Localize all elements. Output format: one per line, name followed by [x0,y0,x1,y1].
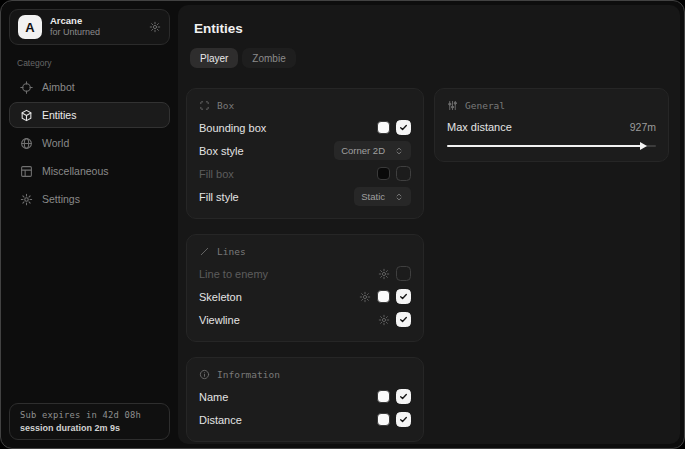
color-swatch[interactable] [377,290,390,303]
sidebar-item-label: Aimbot [42,81,75,93]
cube-icon [20,109,33,122]
setting-row-line-to-enemy: Line to enemy [199,262,411,285]
gear-icon[interactable] [149,21,161,33]
app-header-card: A Arcane for Unturned [9,9,170,45]
slider-thumb[interactable] [640,142,647,150]
gear-icon[interactable] [378,268,390,280]
section-title: Box [217,100,234,111]
setting-row-fill-style: Fill style Static [199,185,411,208]
app-logo: A [18,15,42,39]
bounding-box-checkbox[interactable] [396,120,411,135]
settings-content: Box Bounding box Box style [186,88,669,442]
skeleton-checkbox[interactable] [396,289,411,304]
info-icon [199,369,210,380]
fill-box-checkbox[interactable] [396,166,411,181]
sidebar-item-label: Entities [42,109,76,121]
lines-section-card: Lines Line to enemy Skeleton [186,234,424,342]
setting-label: Skeleton [199,291,242,303]
box-style-dropdown[interactable]: Corner 2D [334,141,411,160]
setting-row-fill-box: Fill box [199,162,411,185]
setting-label: Distance [199,414,242,426]
subscription-info-card: Sub expires in 42d 08h session duration … [9,403,170,440]
crosshair-icon [20,81,33,94]
check-icon [399,315,408,324]
dropdown-value: Static [361,191,385,202]
left-column: Box Bounding box Box style [186,88,424,442]
lines-section-header: Lines [199,246,411,257]
setting-label: Viewline [199,314,240,326]
sidebar-nav: Aimbot Entities World Miscellaneous Sett… [9,74,170,212]
box-section-header: Box [199,100,411,111]
chevron-up-down-icon [394,146,404,156]
check-icon [399,123,408,132]
sidebar-item-miscellaneous[interactable]: Miscellaneous [9,158,170,184]
slider-fill [447,145,641,147]
main-panel: Entities Player Zombie Box Bounding box [178,5,680,444]
setting-row-viewline: Viewline [199,308,411,331]
information-section-card: Information Name Distance [186,357,424,442]
category-label: Category [17,58,162,68]
color-swatch[interactable] [377,413,390,426]
section-title: Information [217,369,280,380]
setting-label: Name [199,391,228,403]
tab-player[interactable]: Player [190,48,238,68]
max-distance-slider[interactable] [447,141,656,151]
setting-label: Box style [199,145,244,157]
box-section-card: Box Bounding box Box style [186,88,424,219]
setting-label: Bounding box [199,122,266,134]
section-title: Lines [217,246,246,257]
dropdown-value: Corner 2D [341,145,385,156]
check-icon [399,292,408,301]
globe-icon [20,137,33,150]
gear-icon[interactable] [378,314,390,326]
setting-label: Line to enemy [199,268,268,280]
setting-row-bounding-box: Bounding box [199,116,411,139]
app-title-block: Arcane for Unturned [50,16,100,37]
app-subtitle: for Unturned [50,27,100,37]
sidebar: A Arcane for Unturned Category Aimbot En… [1,1,178,448]
gear-icon [20,193,33,206]
max-distance-value: 927m [630,121,656,133]
line-to-enemy-checkbox[interactable] [396,266,411,281]
color-swatch[interactable] [377,390,390,403]
gear-icon[interactable] [359,291,371,303]
chevron-up-down-icon [394,192,404,202]
sliders-icon [447,100,458,111]
fill-style-dropdown[interactable]: Static [354,187,411,206]
setting-row-name: Name [199,385,411,408]
sidebar-item-label: Miscellaneous [42,165,109,177]
sidebar-item-settings[interactable]: Settings [9,186,170,212]
sidebar-item-label: Settings [42,193,80,205]
session-duration-text: session duration 2m 9s [20,423,159,433]
tab-zombie[interactable]: Zombie [242,48,295,68]
layout-icon [20,165,33,178]
entity-tabs: Player Zombie [190,48,669,68]
setting-label: Fill style [199,191,239,203]
app-window: A Arcane for Unturned Category Aimbot En… [0,0,685,449]
general-section-header: General [447,100,656,111]
page-title: Entities [194,21,669,36]
diagonal-line-icon [199,246,210,257]
right-column: General Max distance 927m [434,88,669,162]
setting-row-box-style: Box style Corner 2D [199,139,411,162]
sub-expiry-text: Sub expires in 42d 08h [20,410,159,420]
section-title: General [465,100,505,111]
setting-row-skeleton: Skeleton [199,285,411,308]
color-swatch[interactable] [377,121,390,134]
setting-label: Max distance [447,121,512,133]
sidebar-item-entities[interactable]: Entities [9,102,170,128]
sidebar-item-aimbot[interactable]: Aimbot [9,74,170,100]
name-checkbox[interactable] [396,389,411,404]
sidebar-item-world[interactable]: World [9,130,170,156]
setting-label: Fill box [199,168,234,180]
app-name: Arcane [50,16,100,27]
general-section-card: General Max distance 927m [434,88,669,162]
setting-row-max-distance: Max distance 927m [447,116,656,137]
distance-checkbox[interactable] [396,412,411,427]
check-icon [399,392,408,401]
color-swatch[interactable] [377,167,390,180]
box-corners-icon [199,100,210,111]
viewline-checkbox[interactable] [396,312,411,327]
sidebar-item-label: World [42,137,69,149]
setting-row-distance: Distance [199,408,411,431]
